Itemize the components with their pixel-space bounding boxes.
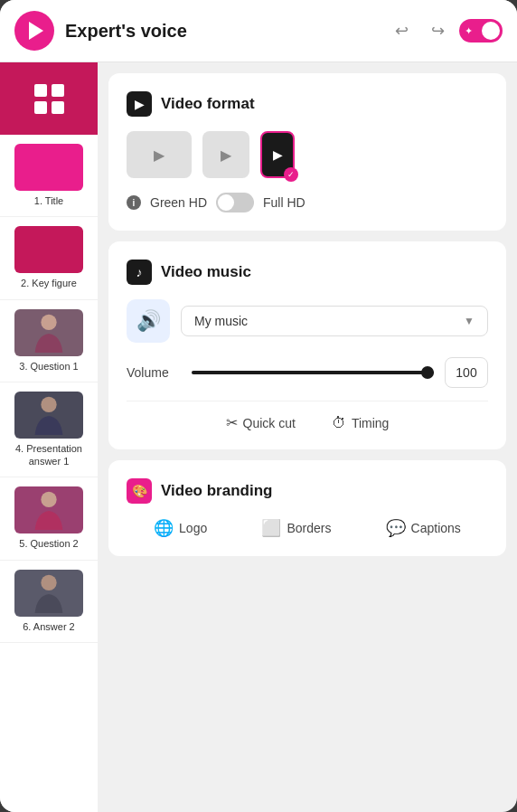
magic-toggle[interactable]: ✦ bbox=[459, 19, 503, 42]
star-icon: ✦ bbox=[465, 25, 473, 37]
video-music-icon: ♪ bbox=[127, 260, 152, 285]
thumb-question-1 bbox=[14, 309, 83, 356]
volume-thumb bbox=[421, 366, 434, 379]
sidebar-item-presentation-answer[interactable]: 4. Presentation answer 1 bbox=[0, 382, 98, 478]
logo-label: Logo bbox=[179, 521, 207, 535]
grid-icon bbox=[34, 84, 64, 114]
header: Expert's voice ↩ ↪ ✦ bbox=[0, 0, 517, 62]
video-format-icon: ▶ bbox=[127, 91, 152, 117]
video-branding-header: 🎨 Video branding bbox=[127, 478, 488, 504]
video-branding-card: 🎨 Video branding 🌐 Logo ⬜ Borders 💬 Capt… bbox=[108, 460, 506, 556]
format-thumbnails: ▶ ▶ ▶ ✓ bbox=[127, 131, 488, 178]
sidebar-label-3: 3. Question 1 bbox=[19, 360, 78, 373]
speaker-button[interactable]: 🔊 bbox=[127, 299, 170, 343]
video-music-card: ♪ Video music 🔊 My music ▼ Volume bbox=[108, 241, 506, 449]
borders-icon: ⬜ bbox=[261, 518, 281, 538]
sidebar-item-answer-2[interactable]: 6. Answer 2 bbox=[0, 561, 98, 643]
captions-label: Captions bbox=[411, 521, 461, 535]
video-format-card: ▶ Video format ▶ ▶ ▶ ✓ bbox=[108, 73, 506, 231]
square-play-icon: ▶ bbox=[221, 146, 231, 164]
volume-row: Volume 100 bbox=[127, 357, 488, 401]
app-container: Expert's voice ↩ ↪ ✦ bbox=[0, 0, 517, 812]
thumb-presentation bbox=[14, 392, 83, 439]
video-format-title: Video format bbox=[161, 95, 255, 113]
hd-toggle-thumb bbox=[218, 194, 234, 211]
sidebar-grid-button[interactable] bbox=[0, 62, 98, 135]
borders-label: Borders bbox=[287, 521, 331, 535]
captions-button[interactable]: 💬 Captions bbox=[386, 518, 461, 538]
sidebar-item-title[interactable]: 1. Title bbox=[0, 135, 98, 217]
timing-label: Timing bbox=[352, 416, 390, 430]
format-portrait[interactable]: ▶ ✓ bbox=[260, 131, 295, 178]
thumb-answer-2 bbox=[14, 570, 83, 617]
video-music-title: Video music bbox=[161, 263, 251, 281]
sidebar-item-question-2[interactable]: 5. Question 2 bbox=[0, 477, 98, 560]
quick-cut-label: Quick cut bbox=[243, 416, 296, 430]
video-branding-title: Video branding bbox=[161, 482, 272, 500]
sidebar-label-4: 4. Presentation answer 1 bbox=[7, 442, 90, 468]
timing-button[interactable]: ⏱ Timing bbox=[332, 415, 390, 431]
clock-icon: ⏱ bbox=[332, 415, 346, 431]
full-hd-label: Full HD bbox=[263, 195, 306, 210]
toggle-thumb bbox=[482, 22, 500, 40]
sidebar-item-question-1[interactable]: 3. Question 1 bbox=[0, 300, 98, 382]
sidebar-label-5: 5. Question 2 bbox=[19, 537, 78, 550]
music-selected: My music bbox=[194, 314, 456, 328]
volume-slider[interactable] bbox=[192, 371, 434, 374]
logo[interactable] bbox=[14, 11, 54, 51]
branding-row: 🌐 Logo ⬜ Borders 💬 Captions bbox=[127, 518, 488, 538]
captions-icon: 💬 bbox=[386, 518, 406, 538]
hd-toggle[interactable] bbox=[216, 193, 254, 212]
sidebar-label-1: 1. Title bbox=[34, 194, 63, 207]
main-layout: 1. Title 2. Key figure 3. Question 1 bbox=[0, 62, 517, 812]
volume-value[interactable]: 100 bbox=[445, 357, 488, 388]
video-format-header: ▶ Video format bbox=[127, 91, 488, 117]
logo-play-icon bbox=[29, 22, 43, 40]
format-landscape[interactable]: ▶ bbox=[127, 131, 192, 178]
sidebar-item-key-figure[interactable]: 2. Key figure bbox=[0, 217, 98, 299]
volume-fill bbox=[192, 371, 434, 374]
page-title: Expert's voice bbox=[65, 21, 376, 42]
sidebar-label-2: 2. Key figure bbox=[21, 277, 77, 289]
svg-point-3 bbox=[41, 575, 56, 590]
format-selected-check: ✓ bbox=[284, 167, 298, 182]
content-area: ▶ Video format ▶ ▶ ▶ ✓ bbox=[98, 62, 517, 812]
thumb-question-2 bbox=[14, 486, 83, 533]
svg-point-0 bbox=[41, 314, 56, 329]
sidebar-label-6: 6. Answer 2 bbox=[23, 620, 74, 633]
svg-point-2 bbox=[41, 492, 56, 507]
sidebar: 1. Title 2. Key figure 3. Question 1 bbox=[0, 62, 98, 812]
svg-point-1 bbox=[41, 397, 56, 412]
thumb-key-figure bbox=[14, 226, 83, 273]
quick-cut-button[interactable]: ✂ Quick cut bbox=[226, 414, 296, 431]
scissors-icon: ✂ bbox=[226, 414, 238, 431]
green-hd-label: Green HD bbox=[150, 195, 207, 210]
landscape-play-icon: ▶ bbox=[154, 146, 164, 164]
logo-icon: 🌐 bbox=[154, 518, 174, 538]
dropdown-chevron-icon: ▼ bbox=[464, 315, 475, 327]
hd-toggle-row: i Green HD Full HD bbox=[127, 193, 488, 212]
video-branding-icon: 🎨 bbox=[127, 478, 152, 504]
borders-button[interactable]: ⬜ Borders bbox=[261, 518, 331, 538]
format-square[interactable]: ▶ bbox=[202, 131, 249, 178]
video-music-header: ♪ Video music bbox=[127, 260, 488, 285]
redo-button[interactable]: ↪ bbox=[423, 16, 452, 45]
music-row: 🔊 My music ▼ bbox=[127, 299, 488, 343]
music-actions-row: ✂ Quick cut ⏱ Timing bbox=[127, 405, 488, 431]
speaker-icon: 🔊 bbox=[136, 309, 161, 333]
volume-label: Volume bbox=[127, 365, 181, 380]
header-actions: ↩ ↪ ✦ bbox=[387, 16, 503, 45]
info-icon[interactable]: i bbox=[127, 195, 141, 210]
undo-button[interactable]: ↩ bbox=[387, 16, 416, 45]
logo-button[interactable]: 🌐 Logo bbox=[154, 518, 207, 538]
thumb-title bbox=[14, 144, 83, 191]
portrait-play-icon: ▶ bbox=[273, 147, 283, 162]
music-dropdown[interactable]: My music ▼ bbox=[181, 306, 488, 336]
